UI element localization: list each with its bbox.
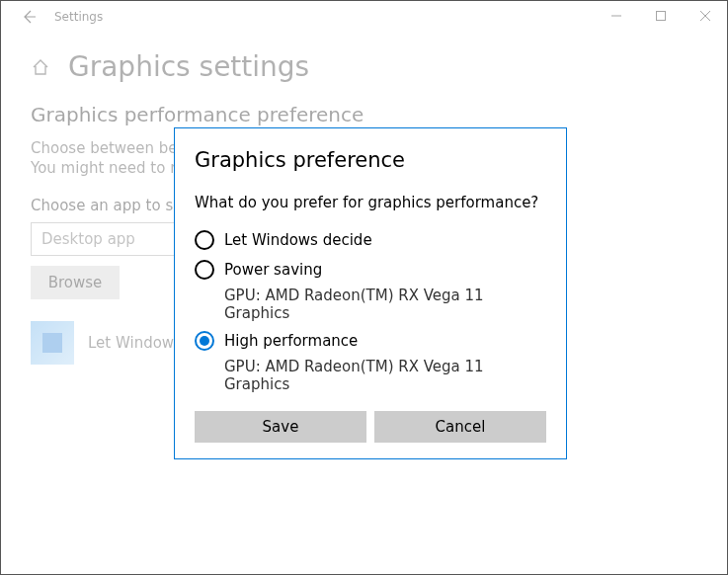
radio-icon	[195, 260, 214, 280]
graphics-preference-dialog: Graphics preference What do you prefer f…	[174, 127, 567, 459]
radio-option[interactable]: High performance	[195, 330, 546, 352]
dialog-title: Graphics preference	[195, 148, 546, 172]
save-button[interactable]: Save	[195, 411, 366, 443]
dialog-question: What do you prefer for graphics performa…	[195, 194, 546, 211]
radio-label: Power saving	[224, 259, 546, 281]
radio-option[interactable]: Power saving	[195, 259, 546, 281]
radio-icon	[195, 230, 214, 250]
radio-icon	[195, 331, 214, 351]
radio-group: Let Windows decidePower savingGPU: AMD R…	[195, 229, 546, 393]
cancel-button[interactable]: Cancel	[374, 411, 546, 443]
radio-label: High performance	[224, 330, 546, 352]
radio-sublabel: GPU: AMD Radeon(TM) RX Vega 11 Graphics	[224, 358, 546, 393]
radio-option[interactable]: Let Windows decide	[195, 229, 546, 251]
radio-sublabel: GPU: AMD Radeon(TM) RX Vega 11 Graphics	[224, 287, 546, 322]
radio-label: Let Windows decide	[224, 229, 546, 251]
